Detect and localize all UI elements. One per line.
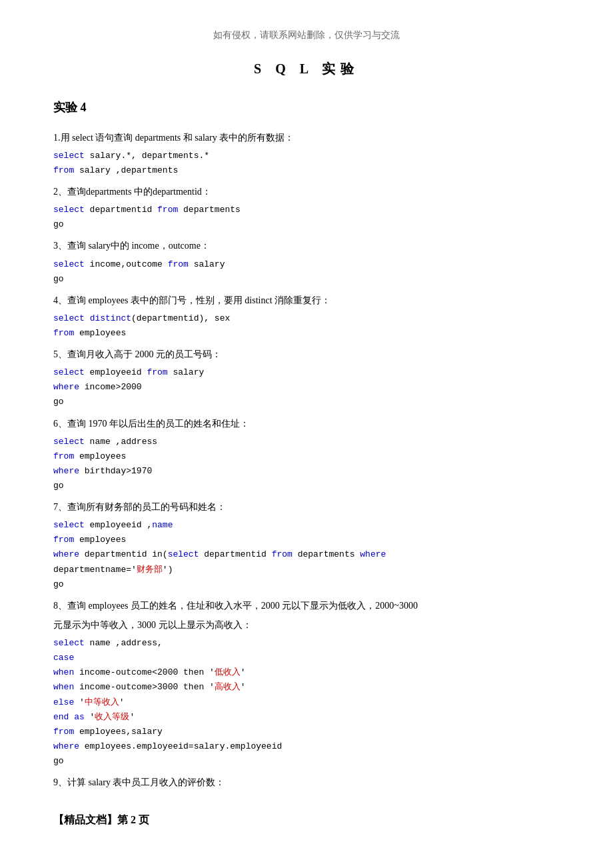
desc-text-6: 6、查询 1970 年以后出生的员工的姓名和住址： <box>53 415 560 432</box>
code-line-8-1: case <box>53 651 560 665</box>
code-line-5-0: select employeeid from salary <box>53 365 560 380</box>
section-title: 实验 4 <box>53 97 560 118</box>
code-line-7-3: departmentname='财务部') <box>53 563 560 577</box>
code-line-5-1: where income>2000 <box>53 380 560 395</box>
code-line-8-0: select name ,address, <box>53 636 560 651</box>
go-line-6: go <box>53 479 560 493</box>
desc-text-7: 7、查询所有财务部的员工的号码和姓名： <box>53 499 560 515</box>
go-line-3: go <box>53 272 560 287</box>
footer: 【精品文档】第 2 页 <box>53 811 560 830</box>
desc-text-3: 3、查询 salary中的 income，outcome： <box>53 237 560 254</box>
code-line-1-0: select salary.*, departments.* <box>53 149 560 163</box>
code-line-8-7: where employees.employeeid=salary.employ… <box>53 739 560 754</box>
code-line-8-4: else '中等收入' <box>53 695 560 710</box>
code-line-7-0: select employeeid ,name <box>53 518 560 533</box>
go-line-5: go <box>53 395 560 409</box>
code-line-1-1: from salary ,departments <box>53 163 560 178</box>
code-line-8-3: when income-outcome>3000 then '高收入' <box>53 680 560 695</box>
watermark: 如有侵权，请联系网站删除，仅供学习与交流 <box>53 27 560 43</box>
desc-text-9: 9、计算 salary 表中员工月收入的评价数： <box>53 774 560 791</box>
code-line-7-2: where departmentid in(select departmenti… <box>53 547 560 562</box>
code-line-4-0: select distinct(departmentid), sex <box>53 311 560 326</box>
code-line-7-1: from employees <box>53 533 560 547</box>
desc-text-8: 8、查询 employees 员工的姓名，住址和收入水平，2000 元以下显示为… <box>53 597 560 614</box>
code-line-8-6: from employees,salary <box>53 725 560 739</box>
code-line-4-1: from employees <box>53 326 560 341</box>
content-area: 1.用 select 语句查询 departments 和 salary 表中的… <box>53 129 560 791</box>
code-line-6-1: from employees <box>53 449 560 464</box>
desc-text-8: 元显示为中等收入，3000 元以上显示为高收入： <box>53 617 560 633</box>
code-line-6-2: where birthday>1970 <box>53 464 560 479</box>
desc-text-2: 2、查询departments 中的departmentid： <box>53 183 560 200</box>
go-line-7: go <box>53 577 560 592</box>
go-line-8: go <box>53 754 560 769</box>
main-title: S Q L 实验 <box>53 57 560 81</box>
code-line-6-0: select name ,address <box>53 435 560 449</box>
code-line-3-0: select income,outcome from salary <box>53 257 560 272</box>
go-line-2: go <box>53 217 560 232</box>
code-line-2-0: select departmentid from departments <box>53 203 560 217</box>
code-line-8-5: end as '收入等级' <box>53 710 560 725</box>
desc-text-5: 5、查询月收入高于 2000 元的员工号码： <box>53 346 560 363</box>
code-line-8-2: when income-outcome<2000 then '低收入' <box>53 665 560 680</box>
desc-text-1: 1.用 select 语句查询 departments 和 salary 表中的… <box>53 129 560 146</box>
desc-text-4: 4、查询 employees 表中的部门号，性别，要用 distinct 消除重… <box>53 292 560 309</box>
